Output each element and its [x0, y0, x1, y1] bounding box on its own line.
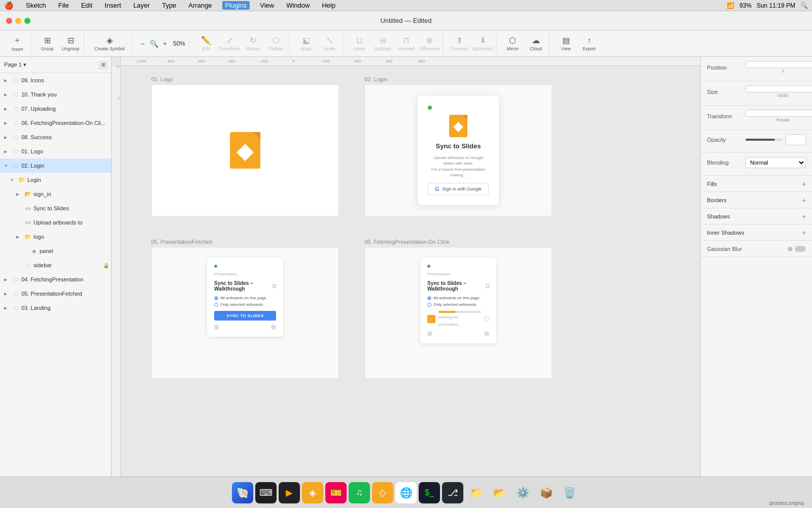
canvas[interactable]: -1,000 -800 -600 -400 -200 0 200 400 600… — [112, 57, 700, 508]
union-button[interactable]: ⊔ Union — [348, 33, 370, 55]
inner-shadows-section-header[interactable]: Inner Shadows + — [701, 225, 812, 241]
layer-item-success[interactable]: ▶ □ 08. Success — [0, 130, 111, 144]
page-selector[interactable]: Page 1 ▾ — [4, 61, 26, 68]
search-icon[interactable]: 🔍 — [800, 2, 808, 9]
layer-item-panel[interactable]: ▶ ◈ panel — [0, 244, 111, 258]
dock-folder1[interactable]: 📁 — [465, 482, 487, 503]
artboard-login[interactable]: Sync to Slides Upload artboards to Googl… — [364, 84, 552, 216]
intersect-button[interactable]: ⊓ Intersect — [395, 33, 417, 55]
artboard-logo[interactable] — [151, 84, 339, 216]
layer-item-fetching-click[interactable]: ▶ □ 06. FetchingPresentation-On Cli... — [0, 116, 111, 130]
borders-add-button[interactable]: + — [802, 196, 806, 204]
edit-button[interactable]: ✏️ Edit — [195, 33, 217, 55]
layer-item-icons[interactable]: ▶ □ 09. Icons — [0, 73, 111, 87]
apple-menu[interactable]: 🍎 — [4, 1, 14, 10]
canvas-content[interactable]: 01. Logo 02. Login — [121, 66, 700, 508]
layers-options-button[interactable]: ⊞ — [99, 61, 107, 69]
google-sign-in-button[interactable]: G Sign in with Google — [428, 183, 489, 195]
scale-button[interactable]: ⤡ Scale — [318, 33, 341, 55]
layer-item-login-group[interactable]: ▼ 📁 Login — [0, 173, 111, 187]
create-symbol-button[interactable]: ◈ Create Symbol — [89, 33, 130, 55]
menu-arrange[interactable]: Arrange — [186, 2, 214, 9]
group-button[interactable]: ⊞ Group — [36, 33, 58, 55]
menu-file[interactable]: File — [56, 2, 71, 9]
ungroup-button[interactable]: ⊟ Ungroup — [59, 33, 82, 55]
radio-all[interactable]: All artboards on this page — [214, 296, 276, 300]
cancel-button[interactable] — [484, 316, 489, 322]
position-x-input[interactable] — [746, 61, 812, 68]
layer-item-upload-artboards[interactable]: ▶ Aa Upload artboards to — [0, 215, 111, 230]
difference-button[interactable]: ⊕ Difference — [418, 33, 441, 55]
size-width-input[interactable] — [746, 85, 812, 92]
export-button[interactable]: ↑ Export — [578, 33, 600, 55]
artboard-pf[interactable]: Presentation Sync to Slides – Walkthroug… — [151, 247, 339, 379]
dock-sketch2[interactable]: ◇ — [372, 482, 393, 503]
minimize-button[interactable] — [15, 18, 21, 24]
view-button[interactable]: ▤ View — [555, 33, 577, 55]
insert-button[interactable]: ＋ Insert — [6, 33, 28, 55]
zoom-in-button[interactable]: ＋ — [160, 39, 170, 49]
mirror-button[interactable]: ⬡ Mirror — [501, 33, 524, 55]
artboard-fc[interactable]: Presentation Sync to Slides – Walkthroug… — [364, 247, 552, 379]
layer-item-logo[interactable]: ▶ □ 01. Logo — [0, 144, 111, 158]
layer-item-sidebar[interactable]: ▶ □ sidebar 🔒 — [0, 258, 111, 272]
menu-edit[interactable]: Edit — [79, 2, 94, 9]
layer-item-sign-in[interactable]: ▶ 📂 sign_in — [0, 187, 111, 201]
dock-tickets[interactable]: 🎫 — [325, 482, 347, 503]
blending-select[interactable]: Normal Multiply Screen Overlay — [746, 157, 806, 168]
layer-item-login[interactable]: ▼ □ 02. Login — [0, 158, 111, 173]
dock-system[interactable]: ⚙️ — [512, 482, 533, 503]
menu-help[interactable]: Help — [320, 2, 337, 9]
gaussian-toggle[interactable] — [795, 246, 806, 252]
opacity-slider[interactable] — [746, 139, 783, 141]
layer-item-landing[interactable]: ▶ □ 03. Landing — [0, 301, 111, 315]
fills-add-button[interactable]: + — [802, 180, 806, 188]
dock-chrome[interactable]: 🌐 — [395, 482, 417, 503]
layer-item-logo-layer[interactable]: ▶ 📁 logo — [0, 230, 111, 244]
radio-selected[interactable]: Only selected artboards — [214, 302, 276, 307]
transform-rotate-input[interactable] — [746, 110, 812, 117]
forward-button[interactable]: ⬆ Forward — [448, 33, 470, 55]
backward-button[interactable]: ⬇ Backward — [471, 33, 494, 55]
transform-button[interactable]: ⤢ Transform — [218, 33, 241, 55]
dock-finder[interactable]: 🐚 — [232, 482, 253, 503]
layer-item-sync-to-slides[interactable]: ▶ Aa Sync to Slides — [0, 201, 111, 215]
menu-insert[interactable]: Insert — [103, 2, 123, 9]
dock-git[interactable]: ⎇ — [442, 482, 463, 503]
subtract-button[interactable]: ⊖ Subtract — [371, 33, 394, 55]
layer-item-uploading[interactable]: ▶ □ 07. Uploading — [0, 102, 111, 116]
menu-plugins[interactable]: Plugins — [222, 1, 250, 10]
inner-shadows-add-button[interactable]: + — [802, 229, 806, 237]
layer-item-fetching-presentation[interactable]: ▶ □ 04. FetchingPresentation — [0, 272, 111, 287]
dock-folder2[interactable]: 📂 — [489, 482, 510, 503]
dock-preview[interactable]: ▶ — [279, 482, 300, 503]
maximize-button[interactable] — [24, 18, 30, 24]
menu-window[interactable]: Window — [284, 2, 312, 9]
cloud-button[interactable]: ☁ Cloud — [525, 33, 547, 55]
borders-section-header[interactable]: Borders + — [701, 192, 812, 208]
dock-trash[interactable]: 🗑️ — [559, 482, 580, 503]
dock-sketch[interactable]: ◈ — [302, 482, 323, 503]
opacity-input[interactable] — [786, 134, 806, 145]
layer-item-pf[interactable]: ▶ □ 05. PresentationFetched — [0, 287, 111, 301]
dock-editor[interactable]: ⌨ — [255, 482, 277, 503]
layer-item-thankyou[interactable]: ▶ □ 10. Thank you — [0, 87, 111, 102]
flatten-button[interactable]: ⬡ Flatten — [265, 33, 287, 55]
rotate-button[interactable]: ↻ Rotate — [242, 33, 264, 55]
close-button[interactable] — [6, 18, 12, 24]
menu-sketch[interactable]: Sketch — [24, 2, 48, 9]
dock-terminal[interactable]: $_ — [419, 482, 440, 503]
dock-folder3[interactable]: 📦 — [535, 482, 557, 503]
fills-section-header[interactable]: Fills + — [701, 176, 812, 192]
radio-selected[interactable]: Only selected artboards — [427, 302, 489, 307]
shadows-section-header[interactable]: Shadows + — [701, 208, 812, 225]
menu-view[interactable]: View — [258, 2, 276, 9]
sync-to-slides-button[interactable]: SYNC TO SLIDES — [214, 311, 276, 321]
zoom-out-button[interactable]: − — [138, 39, 148, 49]
mask-button[interactable]: ⬕ Mask — [295, 33, 317, 55]
dock-spotify[interactable]: ♫ — [349, 482, 370, 503]
menu-layer[interactable]: Layer — [131, 2, 152, 9]
radio-all[interactable]: All artboards on this page — [427, 296, 489, 300]
shadows-add-button[interactable]: + — [802, 212, 806, 220]
menu-type[interactable]: Type — [160, 2, 178, 9]
